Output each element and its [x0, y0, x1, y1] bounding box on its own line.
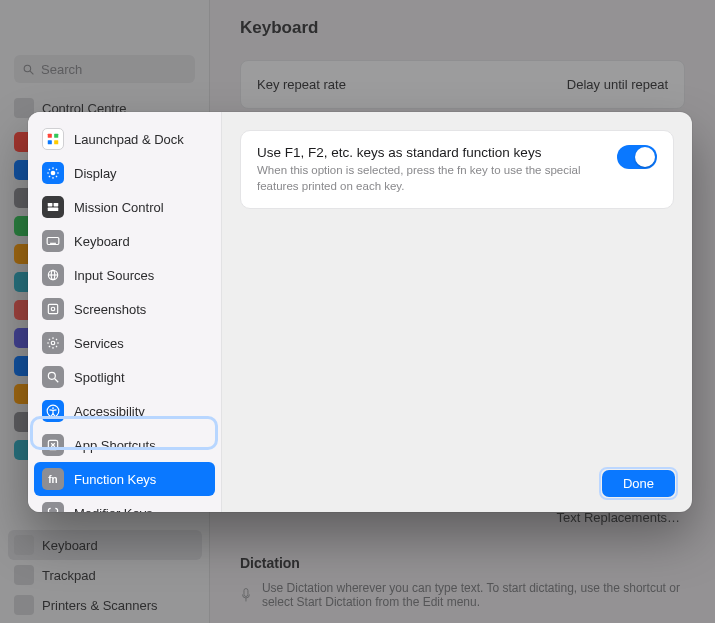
svg-rect-5 [54, 134, 58, 138]
sidebar-item-label: Spotlight [74, 370, 125, 385]
svg-line-15 [49, 176, 50, 177]
fn-keys-toggle[interactable] [617, 145, 657, 169]
shortcut-icon [42, 434, 64, 456]
bg-delay-label: Delay until repeat [567, 77, 668, 92]
sidebar-item-screenshots[interactable]: Screenshots [34, 292, 215, 326]
accessibility-icon [42, 400, 64, 422]
bg-dictation-heading: Dictation [240, 555, 685, 571]
sidebar-item-label: Keyboard [74, 234, 130, 249]
sidebar-item-display[interactable]: Display [34, 156, 215, 190]
sidebar-item-services[interactable]: Services [34, 326, 215, 360]
svg-line-14 [56, 176, 57, 177]
bg-sidebar-printers[interactable]: Printers & Scanners [0, 590, 210, 620]
grid-icon [42, 128, 64, 150]
sidebar-item-label: Mission Control [74, 200, 164, 215]
sidebar-item-spotlight[interactable]: Spotlight [34, 360, 215, 394]
bg-dictation-section: Dictation Use Dictation wherever you can… [240, 555, 685, 609]
function-keys-sheet: Launchpad & DockDisplayMission ControlKe… [28, 112, 692, 512]
svg-point-8 [51, 171, 56, 176]
bg-sidebar-keyboard[interactable]: Keyboard [8, 530, 202, 560]
toggle-knob [635, 147, 655, 167]
fn-keys-title: Use F1, F2, etc. keys as standard functi… [257, 145, 601, 160]
printer-icon [14, 595, 34, 615]
keyboard-icon [42, 230, 64, 252]
svg-rect-6 [48, 140, 52, 144]
svg-point-31 [52, 407, 54, 409]
sidebar-item-label: Input Sources [74, 268, 154, 283]
sidebar-item-label: Launchpad & Dock [74, 132, 184, 147]
svg-rect-7 [54, 140, 58, 144]
sidebar-item-function-keys[interactable]: fnFunction Keys [34, 462, 215, 496]
svg-point-27 [51, 341, 55, 345]
sidebar-item-keyboard[interactable]: Keyboard [34, 224, 215, 258]
bg-dictation-body: Use Dictation wherever you can type text… [262, 581, 685, 609]
bg-sidebar-label: Printers & Scanners [42, 598, 158, 613]
svg-rect-25 [48, 304, 57, 313]
sheet-sidebar: Launchpad & DockDisplayMission ControlKe… [28, 112, 222, 512]
svg-point-0 [24, 65, 31, 72]
sidebar-item-label: Function Keys [74, 472, 156, 487]
sidebar-item-input-sources[interactable]: Input Sources [34, 258, 215, 292]
svg-rect-17 [48, 203, 53, 207]
svg-rect-4 [48, 134, 52, 138]
bg-sidebar-label: Keyboard [42, 538, 98, 553]
bg-page-title: Keyboard [240, 18, 685, 38]
svg-line-16 [56, 169, 57, 170]
search-icon [42, 366, 64, 388]
sidebar-item-accessibility[interactable]: Accessibility [34, 394, 215, 428]
bg-key-repeat-label: Key repeat rate [257, 77, 346, 92]
svg-line-1 [30, 71, 33, 74]
svg-line-13 [49, 169, 50, 170]
sidebar-item-label: Services [74, 336, 124, 351]
bg-text-replacements-button[interactable]: Text Replacements… [556, 510, 680, 525]
sidebar-item-launchpad-dock[interactable]: Launchpad & Dock [34, 122, 215, 156]
mic-icon [240, 584, 252, 606]
svg-rect-18 [54, 203, 59, 207]
gear-icon [42, 332, 64, 354]
bg-sidebar-label: Trackpad [42, 568, 96, 583]
sidebar-item-label: Display [74, 166, 117, 181]
search-icon [22, 63, 35, 76]
done-button[interactable]: Done [603, 471, 674, 496]
sun-icon [42, 162, 64, 184]
bg-search-placeholder: Search [41, 62, 82, 77]
fn-keys-setting-row: Use F1, F2, etc. keys as standard functi… [240, 130, 674, 209]
fn-keys-desc: When this option is selected, press the … [257, 163, 601, 194]
bg-sidebar-trackpad[interactable]: Trackpad [0, 560, 210, 590]
sidebar-item-modifier-keys[interactable]: Modifier Keys [34, 496, 215, 512]
bg-search-field[interactable]: Search [14, 55, 195, 83]
sidebar-item-label: Modifier Keys [74, 506, 153, 513]
sheet-main: Use F1, F2, etc. keys as standard functi… [222, 112, 692, 512]
svg-rect-19 [48, 208, 59, 212]
sidebar-item-label: Accessibility [74, 404, 145, 419]
screenshot-icon [42, 298, 64, 320]
svg-point-28 [48, 372, 55, 379]
sidebar-item-mission-control[interactable]: Mission Control [34, 190, 215, 224]
fn-icon: fn [42, 468, 64, 490]
mission-icon [42, 196, 64, 218]
keyboard-icon [14, 535, 34, 555]
svg-point-26 [51, 307, 55, 311]
trackpad-icon [14, 565, 34, 585]
bg-repeat-card: Key repeat rate Delay until repeat [240, 60, 685, 109]
svg-line-29 [55, 379, 59, 383]
globe-icon [42, 264, 64, 286]
sidebar-item-label: Screenshots [74, 302, 146, 317]
sidebar-item-app-shortcuts[interactable]: App Shortcuts [34, 428, 215, 462]
svg-rect-2 [244, 589, 248, 597]
sidebar-item-label: App Shortcuts [74, 438, 156, 453]
modifier-icon [42, 502, 64, 512]
